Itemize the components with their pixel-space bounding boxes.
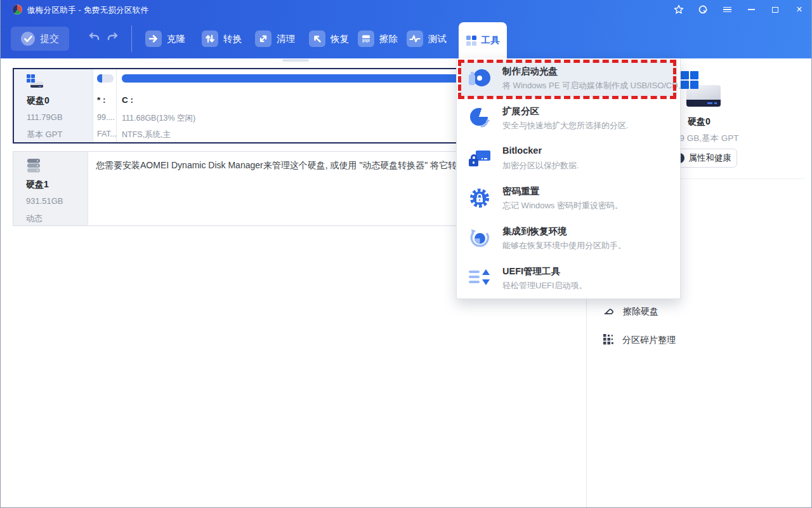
toolbar-clone-button[interactable]: 克隆	[145, 29, 185, 48]
toolbar-test-button[interactable]: 测试	[407, 29, 447, 48]
toolbar-clone-label: 克隆	[167, 33, 185, 45]
menu-item-subtitle: 轻松管理UEFI启动项。	[502, 280, 587, 291]
menu-item-subtitle: 能够在恢复环境中使用分区助手。	[502, 240, 626, 251]
toolbar-divider	[131, 25, 132, 52]
check-circle-icon	[21, 32, 35, 46]
tools-dropdown-menu: 制作启动光盘 将 Windows PE 可启动媒体制作成 USB/ISO/CD。…	[456, 58, 681, 299]
partition-star-size: 99....	[97, 113, 115, 122]
menu-item-title: 扩展分区	[502, 105, 539, 117]
extend-partition-icon	[469, 107, 490, 129]
clean-icon	[255, 30, 272, 47]
disk0-type: 基本 GPT	[27, 129, 62, 140]
partition-usage-bar	[97, 74, 114, 83]
tab-tools[interactable]: 工具	[459, 22, 507, 58]
header: 傲梅分区助手 - 免费无损分区软件	[1, 0, 811, 58]
maximize-icon	[772, 7, 778, 13]
undo-icon	[88, 32, 100, 44]
tab-tools-label: 工具	[481, 34, 500, 46]
menu-item-subtitle: 安全与快速地扩大您所选择的分区.	[502, 120, 629, 131]
bitlocker-icon	[469, 147, 490, 169]
properties-health-label: 属性和健康	[688, 152, 731, 164]
recover-icon	[309, 30, 325, 47]
splitter-handle[interactable]	[282, 59, 309, 62]
apply-label: 提交	[40, 33, 59, 45]
dynamic-disk-icon	[26, 158, 41, 177]
disk0-header-cell[interactable]: 硬盘0 111.79GB 基本 GPT	[14, 69, 93, 142]
partition-c-label: C :	[122, 95, 133, 105]
menu-item-subtitle: 忘记 Windows 密码时重设密码。	[502, 200, 623, 211]
erase-disk-icon	[603, 305, 615, 319]
convert-icon	[202, 30, 218, 47]
clone-icon	[145, 30, 162, 47]
action-erase-disk[interactable]: 擦除硬盘	[603, 305, 658, 319]
menu-item-extend-partition[interactable]: 扩展分区 安全与快速地扩大您所选择的分区.	[457, 98, 680, 138]
menu-item-title: Bitlocker	[502, 145, 542, 156]
selected-disk-icon	[681, 71, 721, 109]
minimize-icon	[748, 9, 755, 10]
menu-item-title: UEFI管理工具	[502, 265, 560, 277]
toolbar-recover-button[interactable]: 恢复	[309, 29, 349, 48]
app-logo-icon	[12, 4, 22, 15]
toolbar-wipe-label: 擦除	[379, 33, 398, 45]
toolbar-clean-label: 清理	[277, 33, 295, 45]
maximize-button[interactable]	[766, 1, 785, 18]
undo-button[interactable]	[86, 29, 102, 47]
minimize-button[interactable]	[742, 1, 761, 18]
test-icon	[407, 30, 423, 47]
main-content: 硬盘0 111.79GB 基本 GPT * : 99.... FAT... C …	[1, 58, 811, 507]
toolbar-recover-label: 恢复	[331, 33, 349, 45]
action-defrag-label: 分区碎片整理	[622, 335, 676, 346]
toolbar-wipe-button[interactable]: 擦除	[358, 29, 398, 48]
hamburger-icon	[723, 6, 731, 14]
password-reset-icon	[469, 187, 490, 209]
apply-button[interactable]: 提交	[11, 27, 69, 51]
window-title: 傲梅分区助手 - 免费无损分区软件	[27, 5, 148, 16]
app-window: 傲梅分区助手 - 免费无损分区软件	[0, 0, 812, 508]
menu-item-password-reset[interactable]: 密码重置 忘记 Windows 密码时重设密码。	[457, 178, 680, 218]
menu-item-recovery-environment[interactable]: 集成到恢复环境 能够在恢复环境中使用分区助手。	[457, 218, 680, 258]
disk0-size: 111.79GB	[27, 112, 63, 122]
highlight-dashed-box	[458, 60, 676, 99]
disk1-type: 动态	[26, 213, 43, 224]
recovery-env-icon	[469, 227, 490, 249]
close-icon: ×	[796, 4, 802, 15]
disk1-size: 931.51GB	[26, 196, 63, 206]
partition-c-fs: NTFS,系统,主	[122, 130, 171, 140]
toolbar-convert-button[interactable]: 转换	[202, 29, 242, 48]
defrag-icon	[603, 333, 614, 347]
redo-icon	[107, 32, 119, 44]
titlebar[interactable]: 傲梅分区助手 - 免费无损分区软件	[1, 0, 811, 19]
toolbar-clean-button[interactable]: 清理	[255, 29, 295, 48]
partition-star-fs: FAT...	[97, 130, 117, 138]
toolbar-test-label: 测试	[428, 33, 447, 45]
menu-item-uefi-manager[interactable]: UEFI管理工具 轻松管理UEFI启动项。	[457, 258, 680, 298]
menu-item-title: 集成到恢复环境	[502, 225, 567, 237]
partition-block-star[interactable]: * : 99.... FAT...	[93, 69, 117, 142]
disk1-header-cell[interactable]: 硬盘1 931.51GB 动态	[13, 152, 88, 225]
disk1-name: 硬盘1	[26, 179, 49, 190]
partition-star-label: * :	[97, 95, 106, 105]
menu-item-subtitle: 加密分区以保护数据.	[502, 160, 579, 171]
disk-icon	[27, 74, 44, 91]
star-icon	[674, 4, 684, 15]
partition-c-size: 111.68GB(13% 空闲)	[122, 113, 195, 124]
uefi-tool-icon	[469, 267, 490, 289]
action-defrag[interactable]: 分区碎片整理	[603, 333, 676, 347]
tools-grid-icon	[466, 36, 476, 46]
disk0-name: 硬盘0	[27, 95, 49, 107]
redo-button[interactable]	[105, 29, 121, 47]
close-button[interactable]: ×	[790, 1, 809, 18]
menu-item-title: 密码重置	[502, 185, 539, 197]
action-erase-disk-label: 擦除硬盘	[623, 306, 658, 318]
wipe-icon	[358, 30, 374, 47]
menu-item-bitlocker[interactable]: Bitlocker 加密分区以保护数据.	[457, 138, 680, 178]
sync-icon	[698, 4, 708, 15]
main-menu-button[interactable]	[717, 1, 737, 18]
toolbar-convert-label: 转换	[223, 33, 242, 45]
favorite-button[interactable]	[669, 1, 688, 18]
update-button[interactable]	[693, 1, 712, 18]
